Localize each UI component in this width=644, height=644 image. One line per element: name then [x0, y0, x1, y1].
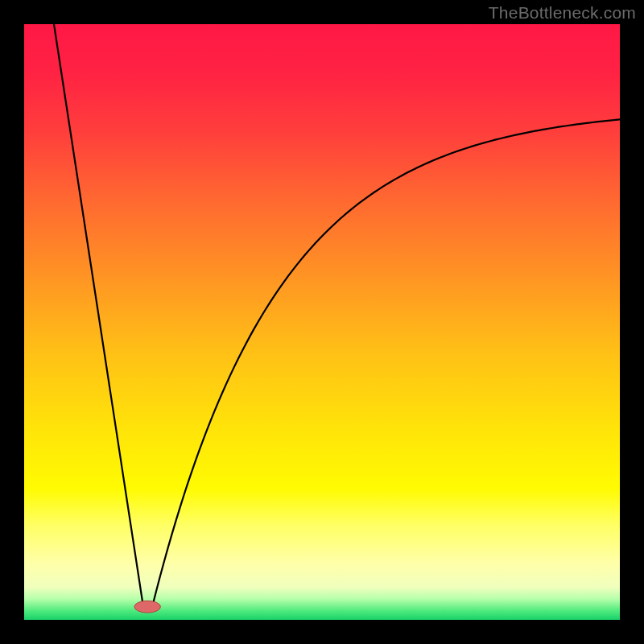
minimum-marker: [134, 601, 161, 613]
chart-frame: TheBottleneck.com: [0, 0, 644, 644]
watermark-text: TheBottleneck.com: [489, 3, 636, 23]
bottleneck-chart: [24, 24, 620, 620]
chart-background: [24, 24, 620, 620]
